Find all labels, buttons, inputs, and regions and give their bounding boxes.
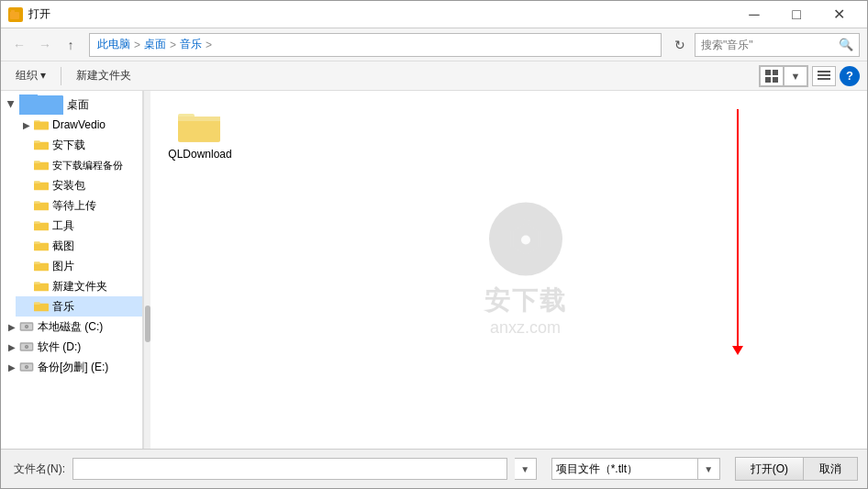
open-button[interactable]: 打开(O)	[735, 457, 803, 481]
up-button[interactable]: ↑	[60, 34, 82, 56]
tree-arrow-c: ▶	[5, 319, 19, 334]
organize-button[interactable]: 组织 ▾	[8, 65, 53, 87]
main-content: ▶ 桌面 ▶ DrawVedio	[1, 91, 867, 449]
window-icon	[8, 7, 23, 22]
title-bar: 打开 ─ □ ✕	[1, 1, 867, 28]
svg-point-42	[26, 346, 28, 348]
sidebar-label-install: 安装包	[52, 178, 85, 194]
sidebar-label-desktop: 桌面	[67, 97, 89, 113]
maximize-button[interactable]: □	[775, 1, 818, 28]
sidebar-item-music[interactable]: ▶ 音乐	[16, 296, 142, 317]
watermark-logo	[489, 203, 562, 276]
forward-button[interactable]: →	[34, 34, 56, 56]
sidebar-item-desktop[interactable]: ▶ 桌面	[1, 94, 142, 115]
view-detail-button[interactable]	[812, 66, 836, 86]
sidebar-label-screenshot: 截图	[52, 239, 74, 254]
tree-arrow-desktop: ▶	[5, 97, 19, 112]
search-input[interactable]	[701, 39, 839, 51]
file-area: 安下载 anxz.com QLDownload	[150, 91, 867, 449]
file-item-qldownload[interactable]: QLDownload	[163, 104, 237, 164]
svg-rect-24	[34, 201, 40, 204]
svg-rect-18	[34, 140, 40, 143]
filetype-dropdown-button[interactable]: ▼	[698, 458, 720, 480]
sidebar-label-upload: 等待上传	[52, 198, 96, 214]
sidebar-scrollbar[interactable]	[143, 91, 150, 449]
sidebar-item-install[interactable]: ▶ 安装包	[16, 175, 142, 195]
window-controls: ─ □ ✕	[733, 1, 860, 28]
svg-rect-3	[765, 70, 771, 75]
svg-rect-12	[19, 95, 63, 115]
svg-rect-6	[773, 77, 778, 83]
svg-rect-34	[34, 302, 40, 305]
sidebar-label-drawvedio: DrawVedio	[52, 118, 106, 131]
filename-dropdown-button[interactable]: ▼	[515, 458, 537, 480]
breadcrumb-desktop[interactable]: 桌面	[144, 37, 166, 52]
view-large-icon-button[interactable]	[760, 66, 784, 86]
annotation-arrow-tip	[732, 346, 743, 355]
sidebar-label-tools: 工具	[52, 218, 74, 234]
tree-arrow-d: ▶	[5, 339, 19, 354]
svg-rect-2	[11, 10, 15, 13]
sidebar-label-newfolder: 新建文件夹	[52, 279, 107, 295]
watermark-url: anxz.com	[490, 318, 561, 338]
sidebar-item-download2[interactable]: ▶ 安下载编程备份	[16, 155, 142, 175]
svg-rect-20	[34, 161, 40, 163]
help-button[interactable]: ?	[840, 66, 860, 86]
sidebar-item-images[interactable]: ▶ 图片	[16, 256, 142, 276]
svg-rect-7	[818, 71, 830, 72]
action-buttons: 打开(O) 取消	[735, 457, 858, 481]
cancel-button[interactable]: 取消	[803, 457, 858, 481]
watermark-text: 安下载	[484, 283, 567, 318]
sidebar-label-drive-d: 软件 (D:)	[38, 339, 81, 355]
filetype-container: 项目文件（*.tlt） ▼	[551, 458, 720, 480]
sidebar-item-drive-d[interactable]: ▶ 软件 (D:)	[1, 337, 142, 357]
sidebar-item-screenshot[interactable]: ▶ 截图	[16, 236, 142, 256]
svg-rect-51	[178, 117, 220, 121]
search-icon[interactable]: 🔍	[839, 38, 853, 51]
svg-rect-22	[34, 181, 40, 183]
sidebar-label-download2: 安下载编程备份	[52, 159, 123, 172]
filename-row: 文件名(N): ▼ 项目文件（*.tlt） ▼ 打开(O) 取消	[10, 457, 858, 481]
bottom-bar: 文件名(N): ▼ 项目文件（*.tlt） ▼ 打开(O) 取消	[1, 449, 867, 488]
filename-input[interactable]	[72, 458, 507, 480]
nav-bar: ← → ↑ 此电脑 > 桌面 > 音乐 > ↻ 🔍	[1, 28, 867, 61]
breadcrumb-pc[interactable]: 此电脑	[97, 37, 130, 52]
sidebar-item-upload[interactable]: ▶ 等待上传	[16, 195, 142, 216]
close-button[interactable]: ✕	[818, 1, 860, 28]
toolbar-right: ▼ ?	[759, 65, 860, 87]
file-label-qldownload: QLDownload	[168, 148, 231, 161]
view-dropdown-button[interactable]: ▼	[784, 66, 807, 86]
svg-rect-32	[34, 282, 40, 284]
svg-rect-4	[773, 70, 778, 75]
sidebar-item-drawvedio[interactable]: ▶ DrawVedio	[16, 115, 142, 135]
svg-rect-8	[818, 74, 830, 76]
refresh-button[interactable]: ↻	[669, 34, 691, 56]
svg-rect-28	[34, 241, 40, 244]
svg-point-46	[26, 366, 28, 368]
tree-arrow-e: ▶	[5, 360, 19, 374]
toolbar: 组织 ▾ 新建文件夹 ▼	[1, 61, 867, 91]
sidebar-item-drive-e[interactable]: ▶ 备份[勿删] (E:)	[1, 357, 142, 377]
tree-arrow-drawvedio: ▶	[19, 117, 34, 132]
sidebar-label-images: 图片	[52, 259, 74, 274]
filename-label: 文件名(N):	[10, 461, 65, 477]
svg-rect-30	[34, 261, 40, 264]
sidebar-item-download[interactable]: ▶ 安下载	[16, 135, 142, 155]
back-button[interactable]: ←	[8, 34, 30, 56]
minimize-button[interactable]: ─	[733, 1, 775, 28]
folder-grid: QLDownload	[160, 100, 858, 168]
breadcrumb-music[interactable]: 音乐	[180, 37, 202, 52]
svg-point-38	[26, 326, 28, 328]
sidebar: ▶ 桌面 ▶ DrawVedio	[1, 91, 143, 449]
sidebar-item-newfolder[interactable]: ▶ 新建文件夹	[16, 276, 142, 296]
sidebar-item-tools[interactable]: ▶ 工具	[16, 216, 142, 236]
search-bar: 🔍	[695, 33, 860, 57]
filetype-display: 项目文件（*.tlt）	[551, 458, 698, 480]
sidebar-item-drive-c[interactable]: ▶ 本地磁盘 (C:)	[1, 317, 142, 337]
watermark: 安下载 anxz.com	[484, 203, 567, 338]
window-title: 打开	[28, 6, 733, 22]
breadcrumb: 此电脑 > 桌面 > 音乐 >	[89, 33, 662, 57]
new-folder-button[interactable]: 新建文件夹	[69, 65, 139, 87]
dialog-window: 打开 ─ □ ✕ ← → ↑ 此电脑 > 桌面 > 音乐 > ↻ 🔍 组织 ▾	[0, 0, 868, 489]
toolbar-separator	[61, 67, 61, 85]
